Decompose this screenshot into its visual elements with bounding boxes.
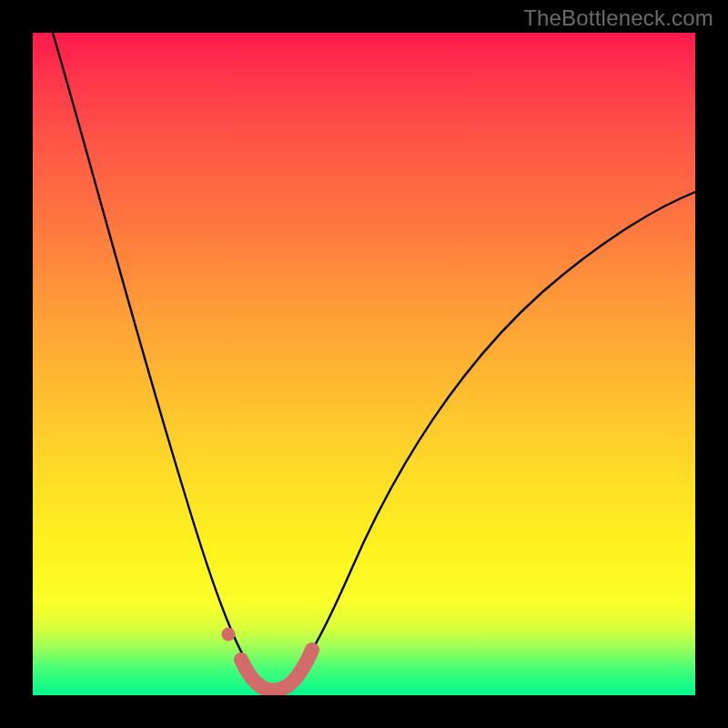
marker-dot (222, 628, 236, 642)
chart-frame: TheBottleneck.com (0, 0, 728, 728)
plot-area (33, 33, 695, 695)
marker-segment (241, 650, 312, 691)
bottleneck-curve (53, 33, 695, 691)
watermark-text: TheBottleneck.com (523, 5, 713, 31)
curve-layer (33, 33, 695, 695)
